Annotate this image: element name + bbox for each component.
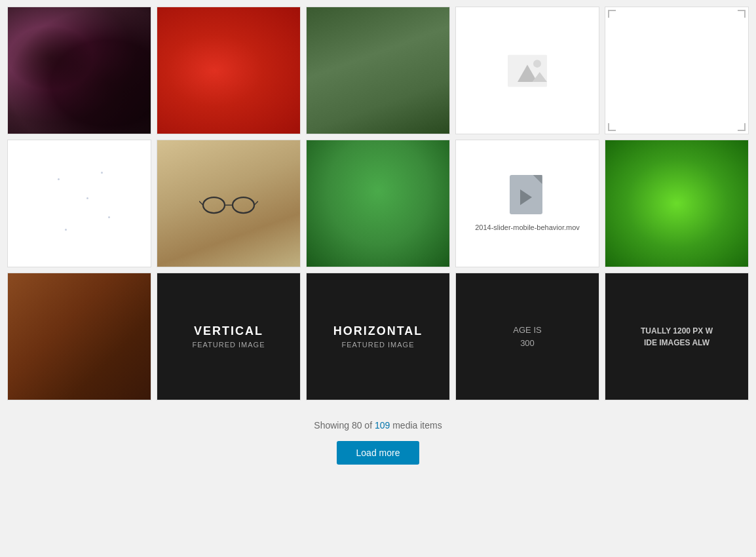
status-text: Showing 80 of 109 media items <box>314 420 442 431</box>
status-label-post: media items <box>390 420 442 431</box>
media-item-no-image[interactable] <box>455 7 599 134</box>
media-item-market-greens[interactable] <box>306 7 450 134</box>
media-item-glasses[interactable] <box>157 140 301 267</box>
status-label-pre: Showing <box>314 420 352 431</box>
status-label-mid: of <box>362 420 374 431</box>
status-showing: 80 <box>352 420 362 431</box>
vertical-featured-text: VERTICAL FEATURED IMAGE <box>193 324 265 349</box>
media-item-tomatoes[interactable] <box>157 7 301 134</box>
svg-point-4 <box>203 197 225 213</box>
svg-line-7 <box>199 201 203 205</box>
media-item-vertical-featured[interactable]: VERTICAL FEATURED IMAGE <box>157 273 301 400</box>
media-item-green-leaf[interactable] <box>605 140 749 267</box>
mountain-icon <box>508 54 547 87</box>
glasses-icon <box>199 191 258 216</box>
media-item-horizontal-featured[interactable]: HORIZONTAL FEATURED IMAGE <box>306 273 450 400</box>
svg-point-3 <box>533 60 541 67</box>
status-total: 109 <box>375 420 390 431</box>
media-grid: 2014-slider-mobile-behavior.mov VERTICAL… <box>7 7 749 400</box>
video-file-icon <box>510 175 546 218</box>
dark-text1-content: AGE IS300 <box>513 324 541 349</box>
media-item-blank-dots[interactable] <box>7 140 151 267</box>
media-item-figs[interactable] <box>7 7 151 134</box>
svg-line-8 <box>254 201 258 205</box>
media-item-video-file[interactable]: 2014-slider-mobile-behavior.mov <box>455 140 599 267</box>
media-item-partial-white[interactable] <box>605 7 749 134</box>
load-more-button[interactable]: Load more <box>337 441 420 465</box>
video-filename: 2014-slider-mobile-behavior.mov <box>472 223 583 232</box>
svg-point-5 <box>233 197 254 213</box>
media-item-dark-text1[interactable]: AGE IS300 <box>455 273 599 400</box>
media-item-herb[interactable] <box>306 140 450 267</box>
dark-text2-content: TUALLY 1200 PX WIDE IMAGES ALW <box>641 325 713 349</box>
media-item-meat[interactable] <box>7 273 151 400</box>
media-item-dark-text2[interactable]: TUALLY 1200 PX WIDE IMAGES ALW <box>605 273 749 400</box>
horizontal-featured-text: HORIZONTAL FEATURED IMAGE <box>333 324 423 349</box>
